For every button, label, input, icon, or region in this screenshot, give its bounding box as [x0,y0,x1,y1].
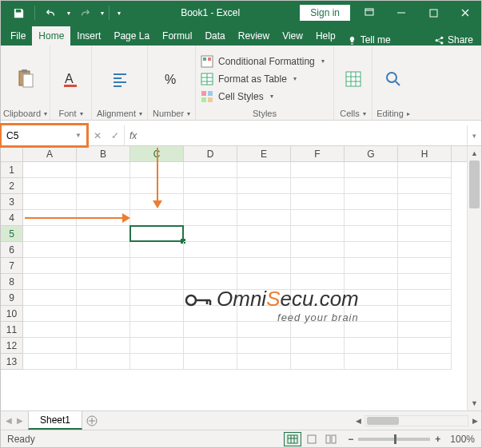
cell[interactable] [345,242,398,258]
cell[interactable] [237,354,291,370]
column-header[interactable]: F [291,146,345,161]
cell[interactable] [398,338,452,354]
cell[interactable] [77,162,130,178]
cell[interactable] [184,210,237,226]
worksheet-grid[interactable]: ABCDEFGH 12345678910111213 OmniSecu.com … [1,146,467,410]
cell[interactable] [345,322,398,338]
cell[interactable] [237,338,291,354]
close-icon[interactable] [449,1,481,25]
enter-formula-icon[interactable]: ✓ [106,130,124,141]
cell[interactable] [23,226,77,242]
cell[interactable] [23,242,77,258]
cell[interactable] [345,354,398,370]
cell[interactable] [77,226,130,242]
cell[interactable] [184,322,237,338]
cell[interactable] [130,322,184,338]
cell[interactable] [291,258,345,274]
cell[interactable] [23,258,77,274]
hscroll-right-icon[interactable]: ▶ [468,414,481,428]
row-header[interactable]: 6 [1,242,23,258]
row-header[interactable]: 4 [1,210,23,226]
cell[interactable] [398,274,452,290]
column-header[interactable]: E [237,146,291,161]
cell[interactable] [77,290,130,306]
column-header[interactable]: H [398,146,452,161]
formula-input[interactable] [141,125,467,145]
row-header[interactable]: 5 [1,226,23,242]
cell[interactable] [398,178,452,194]
cell[interactable] [237,258,291,274]
cell[interactable] [237,178,291,194]
cell[interactable] [237,210,291,226]
cell[interactable] [130,290,184,306]
cell[interactable] [130,354,184,370]
format-as-table-button[interactable]: Format as Table▾ [201,71,297,87]
vertical-scrollbar[interactable]: ▲ ▼ [467,146,481,410]
cell[interactable] [23,194,77,210]
cell[interactable] [398,242,452,258]
cell[interactable] [23,162,77,178]
cell[interactable] [291,354,345,370]
scroll-down-icon[interactable]: ▼ [468,396,481,410]
cancel-formula-icon[interactable]: ✕ [89,130,106,141]
normal-view-icon[interactable] [284,432,301,446]
column-header[interactable]: D [184,146,237,161]
horizontal-scrollbar[interactable] [364,415,468,426]
row-header[interactable]: 3 [1,194,23,210]
cell[interactable] [291,242,345,258]
tab-review[interactable]: Review [232,26,276,46]
maximize-icon[interactable] [417,1,449,25]
sheet-nav-prev-icon[interactable]: ◀ [6,416,12,425]
cell[interactable] [130,338,184,354]
column-header[interactable]: A [23,146,77,161]
redo-icon[interactable] [74,2,96,24]
expand-formula-bar-icon[interactable]: ▾ [467,125,481,145]
zoom-slider[interactable] [358,438,430,441]
cell[interactable] [345,258,398,274]
cell[interactable] [237,242,291,258]
row-header[interactable]: 10 [1,306,23,322]
cell[interactable] [77,338,130,354]
cell[interactable] [291,194,345,210]
fx-label[interactable]: fx [125,125,141,145]
tab-home[interactable]: Home [32,26,70,46]
cell[interactable] [291,162,345,178]
cell[interactable] [291,178,345,194]
cell[interactable] [291,226,345,242]
row-header[interactable]: 1 [1,162,23,178]
row-header[interactable]: 11 [1,322,23,338]
tell-me-search[interactable]: Tell me [342,34,396,46]
zoom-level[interactable]: 100% [450,434,475,445]
undo-icon[interactable] [40,2,62,24]
cell[interactable] [77,242,130,258]
cell[interactable] [345,226,398,242]
cell[interactable] [345,338,398,354]
cell[interactable] [77,306,130,322]
tab-data[interactable]: Data [198,26,231,46]
cell[interactable] [130,210,184,226]
paste-button[interactable] [12,67,39,91]
cell[interactable] [398,226,452,242]
cell[interactable] [130,242,184,258]
cell[interactable] [291,322,345,338]
cell[interactable] [291,338,345,354]
cell[interactable] [237,226,291,242]
cell[interactable] [184,338,237,354]
sheet-nav-next-icon[interactable]: ▶ [17,416,23,425]
editing-button[interactable] [380,67,407,91]
tab-formulas[interactable]: Formul [156,26,198,46]
cell[interactable] [77,274,130,290]
row-header[interactable]: 12 [1,338,23,354]
zoom-out-button[interactable]: − [348,434,353,445]
tab-insert[interactable]: Insert [70,26,107,46]
row-header[interactable]: 9 [1,290,23,306]
minimize-icon[interactable] [385,1,417,25]
sign-in-button[interactable]: Sign in [300,5,350,21]
sheet-tab-sheet1[interactable]: Sheet1 [28,411,82,430]
cell[interactable] [398,210,452,226]
tab-file[interactable]: File [4,26,32,46]
select-all-corner[interactable] [1,146,23,161]
cell[interactable] [130,306,184,322]
cell[interactable] [77,258,130,274]
tab-page-layout[interactable]: Page La [107,26,156,46]
